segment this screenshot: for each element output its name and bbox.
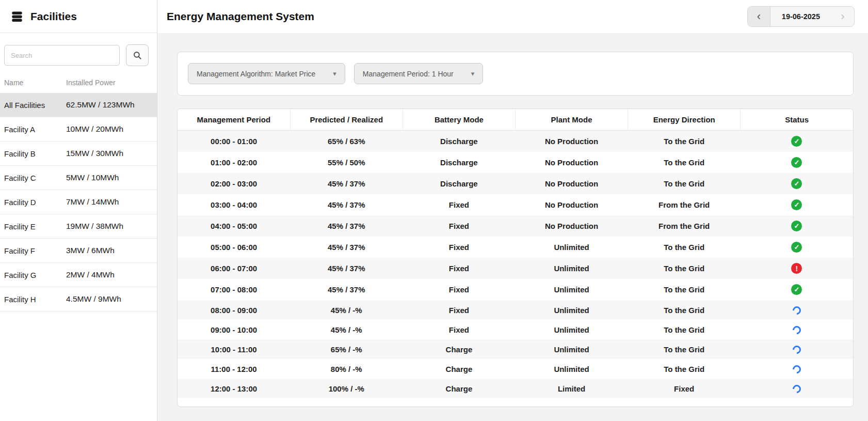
- table-row: 08:00 - 09:00 45% / -% Fixed Unlimited T…: [178, 300, 853, 320]
- cell-energy-direction: To the Grid: [628, 300, 741, 320]
- table-row: 03:00 - 04:00 45% / 37% Fixed No Product…: [178, 194, 853, 215]
- cell-energy-direction: To the Grid: [628, 173, 741, 194]
- facility-row-e[interactable]: Facility E 19MW / 38MWh: [0, 214, 157, 239]
- database-icon: [10, 10, 24, 23]
- cell-period: 01:00 - 02:00: [178, 152, 290, 173]
- facility-row-g[interactable]: Facility G 2MW / 4MWh: [0, 263, 157, 287]
- facility-name: Facility F: [4, 246, 66, 255]
- cell-energy-direction: To the Grid: [628, 279, 741, 300]
- cell-period: 11:00 - 12:00: [178, 359, 290, 379]
- management-table-card: Management Period Predicted / Realized B…: [177, 108, 854, 407]
- facility-row-f[interactable]: Facility F 3MW / 6MWh: [0, 239, 157, 263]
- cell-period: 06:00 - 07:00: [178, 258, 290, 279]
- table-header-row: Management Period Predicted / Realized B…: [178, 109, 853, 131]
- status-icon: [791, 221, 802, 231]
- facility-name: Facility A: [4, 125, 66, 134]
- status-icon: [791, 242, 802, 253]
- cell-plant-mode: Unlimited: [515, 359, 628, 379]
- date-display[interactable]: 19-06-2025: [770, 12, 831, 21]
- cell-period: 02:00 - 03:00: [178, 173, 290, 194]
- cell-plant-mode: No Production: [515, 173, 628, 194]
- facility-power: 7MW / 14MWh: [66, 197, 152, 207]
- facility-row-c[interactable]: Facility C 5MW / 10MWh: [0, 166, 157, 190]
- date-next-button[interactable]: ›: [831, 7, 854, 26]
- management-table: Management Period Predicted / Realized B…: [178, 109, 853, 398]
- cell-status: [741, 300, 853, 320]
- page-title: Energy Management System: [167, 10, 314, 23]
- cell-battery-mode: Discharge: [403, 173, 515, 194]
- cell-battery-mode: Fixed: [403, 258, 515, 279]
- search-button[interactable]: [126, 44, 149, 66]
- table-row: 05:00 - 06:00 45% / 37% Fixed Unlimited …: [178, 237, 853, 258]
- cell-energy-direction: From the Grid: [628, 215, 741, 237]
- cell-energy-direction: From the Grid: [628, 194, 741, 215]
- cell-battery-mode: Discharge: [403, 152, 515, 173]
- cell-plant-mode: No Production: [515, 194, 628, 215]
- search-row: [0, 33, 157, 70]
- cell-plant-mode: No Production: [515, 215, 628, 237]
- column-header-name: Name: [4, 79, 66, 87]
- cell-energy-direction: To the Grid: [628, 131, 741, 152]
- management-algorithm-label: Management Algorithm: Market Price: [197, 70, 315, 78]
- cell-predicted-realized: 65% / 63%: [290, 131, 403, 152]
- facility-name: Facility B: [4, 149, 66, 158]
- chevron-left-icon: ‹: [757, 10, 761, 23]
- facility-name: Facility G: [4, 271, 66, 279]
- cell-period: 08:00 - 09:00: [178, 300, 290, 320]
- cell-status: [741, 320, 853, 339]
- cell-status: [741, 258, 853, 279]
- cell-predicted-realized: 45% / 37%: [290, 279, 403, 300]
- table-row: 09:00 - 10:00 45% / -% Fixed Unlimited T…: [178, 320, 853, 339]
- sidebar-header: Facilities: [0, 0, 157, 33]
- management-period-dropdown[interactable]: Management Period: 1 Hour ▾: [354, 63, 483, 84]
- cell-plant-mode: Unlimited: [515, 339, 628, 359]
- date-picker-control: ‹ 19-06-2025 ›: [747, 6, 855, 27]
- facility-row-all-facilities[interactable]: All Facilities 62.5MW / 123MWh: [0, 93, 157, 117]
- status-icon: [791, 305, 803, 317]
- cell-battery-mode: Discharge: [403, 131, 515, 152]
- cell-status: [741, 379, 853, 398]
- cell-battery-mode: Charge: [403, 359, 515, 379]
- sidebar-title: Facilities: [30, 10, 77, 23]
- facility-row-b[interactable]: Facility B 15MW / 30MWh: [0, 142, 157, 166]
- facility-name: Facility D: [4, 198, 66, 207]
- facility-list-columns: Name Installed Power: [0, 70, 157, 93]
- col-management-period: Management Period: [178, 109, 290, 131]
- facility-row-a[interactable]: Facility A 10MW / 20MWh: [0, 117, 157, 142]
- status-icon: [791, 364, 803, 376]
- filter-card: Management Algorithm: Market Price ▾ Man…: [177, 52, 854, 96]
- main-header: Energy Management System ‹ 19-06-2025 ›: [157, 0, 868, 33]
- cell-status: [741, 359, 853, 379]
- date-prev-button[interactable]: ‹: [748, 7, 770, 26]
- management-algorithm-dropdown[interactable]: Management Algorithm: Market Price ▾: [188, 63, 345, 84]
- facility-row-d[interactable]: Facility D 7MW / 14MWh: [0, 190, 157, 214]
- cell-battery-mode: Fixed: [403, 279, 515, 300]
- status-icon: [791, 157, 802, 168]
- cell-status: [741, 131, 853, 152]
- cell-energy-direction: To the Grid: [628, 152, 741, 173]
- facility-name: Facility C: [4, 174, 66, 182]
- cell-predicted-realized: 100% / -%: [290, 379, 403, 398]
- column-header-installed-power: Installed Power: [66, 79, 152, 87]
- cell-status: [741, 279, 853, 300]
- table-row: 04:00 - 05:00 45% / 37% Fixed No Product…: [178, 215, 853, 237]
- cell-plant-mode: Unlimited: [515, 279, 628, 300]
- cell-plant-mode: Limited: [515, 379, 628, 398]
- cell-period: 04:00 - 05:00: [178, 215, 290, 237]
- facility-power: 4.5MW / 9MWh: [66, 294, 152, 304]
- cell-predicted-realized: 45% / 37%: [290, 258, 403, 279]
- cell-predicted-realized: 45% / -%: [290, 320, 403, 339]
- facility-row-h[interactable]: Facility H 4.5MW / 9MWh: [0, 287, 157, 311]
- cell-status: [741, 152, 853, 173]
- chevron-right-icon: ›: [841, 10, 844, 23]
- cell-predicted-realized: 55% / 50%: [290, 152, 403, 173]
- facility-list: All Facilities 62.5MW / 123MWh Facility …: [0, 93, 157, 421]
- col-status: Status: [741, 109, 853, 131]
- status-icon: [791, 136, 802, 147]
- cell-plant-mode: Unlimited: [515, 258, 628, 279]
- table-row: 00:00 - 01:00 65% / 63% Discharge No Pro…: [178, 131, 853, 152]
- cell-period: 05:00 - 06:00: [178, 237, 290, 258]
- cell-predicted-realized: 45% / 37%: [290, 194, 403, 215]
- search-input[interactable]: [4, 45, 120, 66]
- cell-predicted-realized: 45% / 37%: [290, 173, 403, 194]
